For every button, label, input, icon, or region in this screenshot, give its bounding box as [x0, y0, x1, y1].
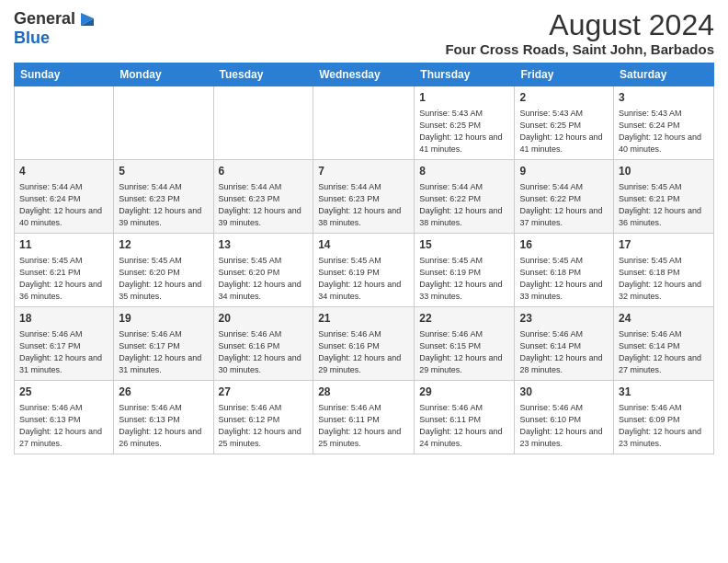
day-number: 21 — [318, 311, 409, 327]
calendar-cell — [15, 86, 114, 160]
logo-icon — [77, 9, 97, 29]
day-info: Sunrise: 5:45 AMSunset: 6:21 PMDaylight:… — [19, 255, 108, 303]
title-block: August 2024 Four Cross Roads, Saint John… — [445, 9, 714, 57]
day-number: 14 — [318, 237, 409, 253]
day-info: Sunrise: 5:45 AMSunset: 6:18 PMDaylight:… — [519, 255, 609, 303]
logo: General Blue — [14, 9, 97, 48]
day-info: Sunrise: 5:46 AMSunset: 6:12 PMDaylight:… — [219, 402, 309, 450]
calendar-cell: 26Sunrise: 5:46 AMSunset: 6:13 PMDayligh… — [114, 381, 213, 454]
calendar-cell: 28Sunrise: 5:46 AMSunset: 6:11 PMDayligh… — [313, 381, 415, 454]
calendar-cell: 7Sunrise: 5:44 AMSunset: 6:23 PMDaylight… — [313, 160, 415, 234]
calendar-week-1: 1Sunrise: 5:43 AMSunset: 6:25 PMDaylight… — [15, 86, 714, 160]
calendar-cell: 15Sunrise: 5:45 AMSunset: 6:19 PMDayligh… — [415, 234, 515, 307]
day-number: 17 — [619, 237, 709, 253]
calendar-cell: 5Sunrise: 5:44 AMSunset: 6:23 PMDaylight… — [114, 160, 213, 234]
day-info: Sunrise: 5:46 AMSunset: 6:17 PMDaylight:… — [19, 328, 108, 376]
calendar-body: 1Sunrise: 5:43 AMSunset: 6:25 PMDaylight… — [15, 86, 714, 454]
day-info: Sunrise: 5:43 AMSunset: 6:25 PMDaylight:… — [419, 108, 509, 155]
calendar-cell: 16Sunrise: 5:45 AMSunset: 6:18 PMDayligh… — [515, 234, 614, 307]
calendar-cell: 25Sunrise: 5:46 AMSunset: 6:13 PMDayligh… — [15, 381, 114, 454]
calendar-cell: 9Sunrise: 5:44 AMSunset: 6:22 PMDaylight… — [515, 160, 614, 234]
calendar-table: SundayMondayTuesdayWednesdayThursdayFrid… — [14, 63, 714, 454]
day-info: Sunrise: 5:45 AMSunset: 6:20 PMDaylight:… — [119, 255, 208, 303]
day-number: 11 — [19, 237, 108, 253]
day-number: 5 — [119, 164, 208, 179]
day-number: 24 — [619, 311, 709, 327]
day-number: 27 — [219, 385, 309, 400]
day-info: Sunrise: 5:44 AMSunset: 6:23 PMDaylight:… — [119, 181, 208, 229]
day-info: Sunrise: 5:46 AMSunset: 6:14 PMDaylight:… — [619, 328, 709, 376]
day-number: 12 — [119, 237, 208, 253]
calendar-cell: 27Sunrise: 5:46 AMSunset: 6:12 PMDayligh… — [213, 381, 313, 454]
day-info: Sunrise: 5:46 AMSunset: 6:17 PMDaylight:… — [119, 328, 208, 376]
calendar-header-tuesday: Tuesday — [213, 63, 313, 86]
day-info: Sunrise: 5:45 AMSunset: 6:20 PMDaylight:… — [219, 255, 309, 303]
day-info: Sunrise: 5:44 AMSunset: 6:24 PMDaylight:… — [19, 181, 108, 229]
calendar-cell: 4Sunrise: 5:44 AMSunset: 6:24 PMDaylight… — [15, 160, 114, 234]
day-info: Sunrise: 5:45 AMSunset: 6:19 PMDaylight:… — [419, 255, 509, 303]
calendar-header-wednesday: Wednesday — [313, 63, 415, 86]
day-number: 7 — [318, 164, 409, 179]
day-number: 8 — [419, 164, 509, 179]
day-info: Sunrise: 5:46 AMSunset: 6:16 PMDaylight:… — [318, 328, 409, 376]
day-number: 3 — [619, 90, 709, 106]
calendar-cell — [114, 86, 213, 160]
day-number: 20 — [219, 311, 309, 327]
calendar-header-sunday: Sunday — [15, 63, 114, 86]
subtitle: Four Cross Roads, Saint John, Barbados — [445, 41, 714, 57]
calendar-week-5: 25Sunrise: 5:46 AMSunset: 6:13 PMDayligh… — [15, 381, 714, 454]
calendar-cell: 3Sunrise: 5:43 AMSunset: 6:24 PMDaylight… — [614, 86, 714, 160]
calendar-header-thursday: Thursday — [415, 63, 515, 86]
calendar-week-4: 18Sunrise: 5:46 AMSunset: 6:17 PMDayligh… — [15, 307, 714, 381]
calendar-header-monday: Monday — [114, 63, 213, 86]
day-number: 22 — [419, 311, 509, 327]
day-number: 1 — [419, 90, 509, 106]
day-number: 6 — [219, 164, 309, 179]
calendar-cell: 6Sunrise: 5:44 AMSunset: 6:23 PMDaylight… — [213, 160, 313, 234]
day-info: Sunrise: 5:46 AMSunset: 6:10 PMDaylight:… — [519, 402, 609, 450]
day-info: Sunrise: 5:44 AMSunset: 6:22 PMDaylight:… — [419, 181, 509, 229]
day-info: Sunrise: 5:45 AMSunset: 6:18 PMDaylight:… — [619, 255, 709, 303]
day-info: Sunrise: 5:45 AMSunset: 6:19 PMDaylight:… — [318, 255, 409, 303]
day-info: Sunrise: 5:44 AMSunset: 6:23 PMDaylight:… — [318, 181, 409, 229]
calendar-cell: 22Sunrise: 5:46 AMSunset: 6:15 PMDayligh… — [415, 307, 515, 381]
day-info: Sunrise: 5:46 AMSunset: 6:16 PMDaylight:… — [219, 328, 309, 376]
calendar-cell: 17Sunrise: 5:45 AMSunset: 6:18 PMDayligh… — [614, 234, 714, 307]
logo-general: General — [14, 10, 75, 29]
calendar-cell: 13Sunrise: 5:45 AMSunset: 6:20 PMDayligh… — [213, 234, 313, 307]
day-info: Sunrise: 5:46 AMSunset: 6:11 PMDaylight:… — [318, 402, 409, 450]
day-info: Sunrise: 5:45 AMSunset: 6:21 PMDaylight:… — [619, 181, 709, 229]
day-info: Sunrise: 5:43 AMSunset: 6:25 PMDaylight:… — [519, 108, 609, 155]
day-info: Sunrise: 5:46 AMSunset: 6:13 PMDaylight:… — [19, 402, 108, 450]
calendar-header-friday: Friday — [515, 63, 614, 86]
day-number: 2 — [519, 90, 609, 106]
day-info: Sunrise: 5:43 AMSunset: 6:24 PMDaylight:… — [619, 108, 709, 155]
day-number: 31 — [619, 385, 709, 400]
day-number: 10 — [619, 164, 709, 179]
day-info: Sunrise: 5:44 AMSunset: 6:22 PMDaylight:… — [519, 181, 609, 229]
header: General Blue August 2024 Four Cross Road… — [14, 9, 714, 57]
day-number: 18 — [19, 311, 108, 327]
page: General Blue August 2024 Four Cross Road… — [0, 0, 728, 563]
calendar-cell: 20Sunrise: 5:46 AMSunset: 6:16 PMDayligh… — [213, 307, 313, 381]
calendar-cell: 12Sunrise: 5:45 AMSunset: 6:20 PMDayligh… — [114, 234, 213, 307]
day-info: Sunrise: 5:46 AMSunset: 6:13 PMDaylight:… — [119, 402, 208, 450]
calendar-cell: 23Sunrise: 5:46 AMSunset: 6:14 PMDayligh… — [515, 307, 614, 381]
calendar-header-row: SundayMondayTuesdayWednesdayThursdayFrid… — [15, 63, 714, 86]
calendar-cell: 11Sunrise: 5:45 AMSunset: 6:21 PMDayligh… — [15, 234, 114, 307]
day-number: 15 — [419, 237, 509, 253]
day-info: Sunrise: 5:46 AMSunset: 6:09 PMDaylight:… — [619, 402, 709, 450]
day-number: 19 — [119, 311, 208, 327]
calendar-cell: 8Sunrise: 5:44 AMSunset: 6:22 PMDaylight… — [415, 160, 515, 234]
day-number: 29 — [419, 385, 509, 400]
main-title: August 2024 — [445, 9, 714, 41]
day-number: 23 — [519, 311, 609, 327]
calendar-header-saturday: Saturday — [614, 63, 714, 86]
calendar-cell: 21Sunrise: 5:46 AMSunset: 6:16 PMDayligh… — [313, 307, 415, 381]
day-number: 26 — [119, 385, 208, 400]
day-info: Sunrise: 5:46 AMSunset: 6:15 PMDaylight:… — [419, 328, 509, 376]
calendar-cell: 2Sunrise: 5:43 AMSunset: 6:25 PMDaylight… — [515, 86, 614, 160]
day-info: Sunrise: 5:46 AMSunset: 6:14 PMDaylight:… — [519, 328, 609, 376]
day-number: 30 — [519, 385, 609, 400]
calendar-cell: 29Sunrise: 5:46 AMSunset: 6:11 PMDayligh… — [415, 381, 515, 454]
